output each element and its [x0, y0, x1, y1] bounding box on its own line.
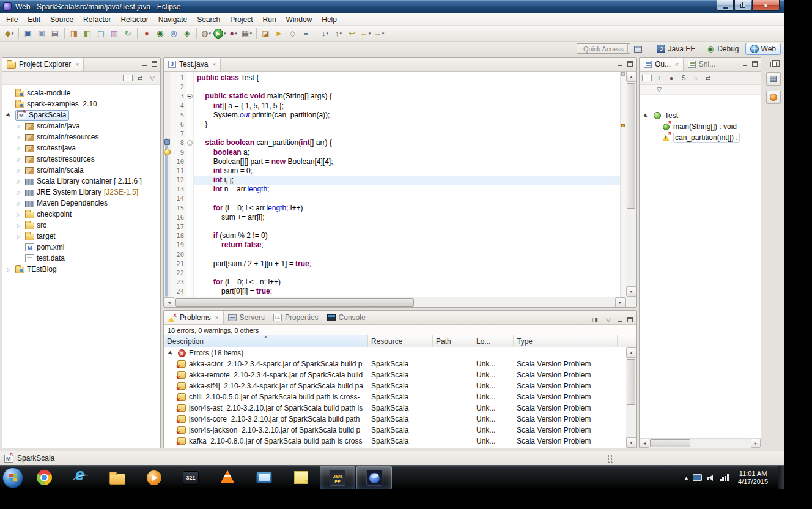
problems-group-row[interactable]: ▶Errors (18 items) [164, 347, 626, 359]
warning-mark[interactable] [621, 124, 625, 127]
toolbar-coverage-button[interactable]: ◍▾ [199, 27, 213, 40]
toolbar-refresh-button[interactable]: ↻ [121, 27, 135, 40]
toolbar-new-xml-file-button[interactable]: ◧ [81, 27, 94, 40]
code-text[interactable] [194, 83, 620, 92]
code-text[interactable] [194, 269, 620, 278]
toolbar-external-tools-button[interactable]: ◈ [180, 27, 194, 40]
maximize-view-button[interactable] [627, 317, 633, 322]
tab-project-explorer[interactable]: Project Explorer × [2, 58, 84, 71]
code-line[interactable]: 14 [164, 194, 620, 203]
fold-collapse-button[interactable] [186, 92, 194, 101]
problems-view-menu-button[interactable]: ▽ [603, 314, 613, 324]
toolbar-new-button[interactable]: ◆▾ [2, 27, 16, 40]
outline-hide-static-members-button[interactable]: S [679, 73, 688, 83]
taskbar-media-player-button[interactable] [136, 466, 172, 489]
taskbar-chrome-button[interactable] [26, 466, 62, 489]
code-line[interactable]: 10 Boolean[][] part = new Boolean[4][4]; [164, 157, 620, 166]
scrollbar-thumb[interactable] [627, 83, 635, 209]
explorer-item-pom-xml[interactable]: pom.xml [2, 242, 160, 253]
problem-row[interactable]: kafka_2.10-0.8.0.jar of SparkScala build… [164, 436, 626, 447]
code-line[interactable]: 11 int sum = 0; [164, 166, 620, 176]
quick-access-button[interactable]: Quick Access [577, 43, 630, 54]
perspective-java-ee[interactable]: Java EE [652, 43, 700, 55]
minimize-view-button[interactable] [618, 61, 623, 67]
close-tab-icon[interactable]: × [212, 61, 216, 68]
taskbar-remote-desktop-button[interactable] [246, 466, 282, 489]
problem-row[interactable]: json4s-jackson_2.10-3.2.10.jar of SparkS… [164, 425, 626, 436]
tab-snippets[interactable]: Sni... [684, 58, 720, 71]
toolbar-run-history-button[interactable]: ▦▾ [240, 27, 254, 40]
explorer-item-sparkscala[interactable]: ▶SparkScala [2, 110, 160, 121]
taskbar-movie-maker-321-button[interactable]: 321 [173, 466, 209, 489]
expander-collapsed-icon[interactable]: ▷ [15, 190, 23, 195]
code-text[interactable]: boolean a; [194, 148, 620, 157]
code-text[interactable]: if (sum % 2 != 0) [194, 231, 620, 240]
outline-item-main-string-void[interactable]: Smain(String[]) : void [640, 121, 761, 132]
editor-vertical-scrollbar[interactable]: ▲ ▼ [626, 72, 636, 297]
explorer-item-maven-dependencies[interactable]: ▷Maven Dependencies [2, 198, 160, 209]
explorer-item-src-main-scala[interactable]: ▷src/main/scala [2, 165, 160, 176]
problem-row[interactable]: json4s-core_2.10-3.2.10.jar of SparkScal… [164, 414, 626, 425]
scrollbar-thumb[interactable] [175, 298, 414, 307]
tray-display-icon[interactable] [693, 474, 702, 481]
code-line[interactable]: 13 int n = arr.length; [164, 185, 620, 194]
toolbar-next-annotation-button[interactable]: ↓▾ [319, 27, 332, 40]
explorer-link-with-editor-button[interactable]: ⇄ [135, 73, 145, 83]
toolbar-run-configurations-button[interactable]: ◎ [167, 27, 180, 40]
close-tab-icon[interactable]: × [75, 61, 79, 68]
scroll-down-button[interactable]: ▼ [626, 437, 637, 448]
scroll-up-button[interactable]: ▲ [626, 72, 637, 82]
toolbar-previous-annotation-button[interactable]: ↑▾ [332, 27, 345, 40]
code-text[interactable] [194, 250, 620, 259]
tab-test-java[interactable]: J Test.java × [164, 58, 221, 71]
code-line[interactable]: 18 if (sum % 2 != 0) [164, 231, 620, 240]
code-text[interactable]: int sum = 0; [194, 166, 620, 176]
warning-marker[interactable] [164, 148, 171, 157]
scrollbar-thumb[interactable] [627, 359, 635, 405]
taskbar-windows-explorer-button[interactable] [100, 466, 135, 489]
code-line[interactable]: 1public class Test { [164, 73, 620, 83]
task-marker-icon[interactable] [164, 139, 170, 145]
problem-row[interactable]: chill_2.10-0.5.0.jar of SparkScala build… [164, 392, 626, 403]
code-text[interactable]: public class Test { [194, 73, 620, 83]
scroll-up-button[interactable]: ▲ [626, 347, 637, 358]
close-window-button[interactable]: × [752, 0, 780, 11]
menu-edit[interactable]: Edit [23, 13, 45, 26]
toolbar-save-button[interactable]: ▣ [21, 27, 35, 40]
expander-expanded-icon[interactable]: ▶ [4, 110, 14, 120]
menu-refactor-2[interactable]: Refactor [116, 13, 153, 26]
code-line[interactable]: 16 sum += arr[i]; [164, 213, 620, 222]
scroll-right-button[interactable]: ► [615, 297, 626, 308]
tray-network-icon[interactable] [720, 474, 729, 481]
outline-sort-button[interactable]: ↕ [654, 73, 664, 83]
problem-row[interactable]: akka-actor_2.10-2.3.4-spark.jar of Spark… [164, 359, 626, 370]
menu-help[interactable]: Help [317, 13, 342, 26]
menu-navigate[interactable]: Navigate [153, 13, 192, 26]
menu-window[interactable]: Window [281, 13, 317, 26]
code-line[interactable]: 9 boolean a; [164, 148, 620, 157]
code-line[interactable]: 19 return false; [164, 240, 620, 250]
maximize-view-button[interactable] [152, 61, 157, 67]
tab-problems[interactable]: Problems× [164, 311, 224, 324]
taskbar-clock[interactable]: 11:01 AM 4/17/2015 [734, 470, 772, 486]
tab-console[interactable]: Console [323, 311, 370, 324]
code-text[interactable]: return false; [194, 240, 620, 250]
code-line[interactable]: 4 int[] a = { 1, 5, 11, 5 }; [164, 102, 620, 111]
taskbar-sticky-notes-button[interactable] [283, 466, 319, 489]
outline-hide-fields-button[interactable]: ● [666, 73, 676, 83]
problem-row[interactable]: json4s-ast_2.10-3.2.10.jar of SparkScala… [164, 403, 626, 414]
expander-expanded-icon[interactable]: ▶ [641, 111, 651, 121]
code-line[interactable]: 20 [164, 250, 620, 259]
tab-servers[interactable]: Servers [224, 311, 269, 324]
toolbar-scala-tool-button[interactable]: ● [140, 27, 153, 40]
minimize-window-button[interactable] [717, 0, 734, 11]
start-button[interactable] [0, 466, 26, 490]
code-line[interactable]: 3 public static void main(String[] args)… [164, 92, 620, 101]
toolbar-new-jsp-file-button[interactable]: ▥ [108, 27, 121, 40]
expander-collapsed-icon[interactable]: ▷ [15, 234, 23, 239]
explorer-item-checkpoint[interactable]: ▷checkpoint [2, 209, 160, 220]
code-text[interactable]: System.out.println(can_partition(a)); [194, 111, 620, 120]
toolbar-open-task-button[interactable]: ◇ [286, 27, 300, 40]
restore-minimized-views-button[interactable] [770, 62, 777, 67]
expander-collapsed-icon[interactable]: ▷ [15, 168, 23, 173]
